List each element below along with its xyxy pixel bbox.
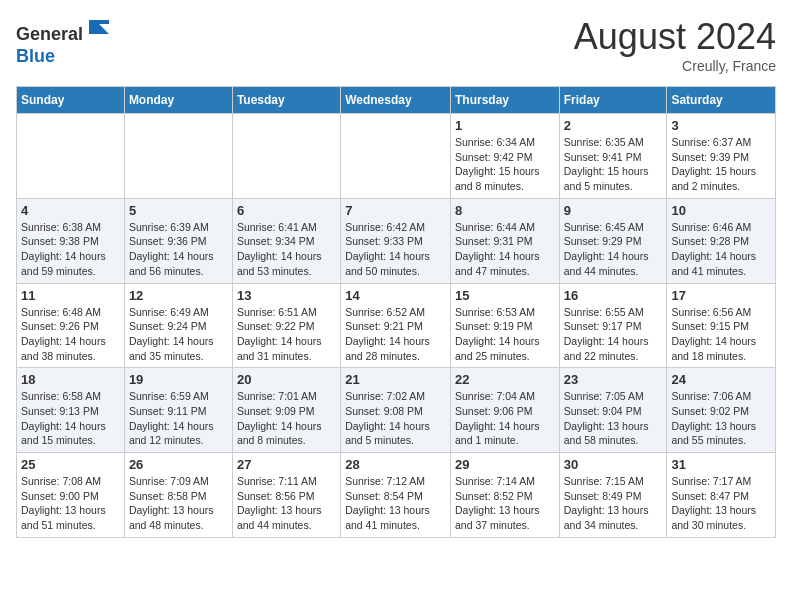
calendar-week-row: 1Sunrise: 6:34 AMSunset: 9:42 PMDaylight… [17,114,776,199]
calendar-cell: 22Sunrise: 7:04 AMSunset: 9:06 PMDayligh… [450,368,559,453]
day-number: 27 [237,457,336,472]
day-number: 24 [671,372,771,387]
day-number: 29 [455,457,555,472]
day-number: 9 [564,203,663,218]
day-info: Sunrise: 6:46 AMSunset: 9:28 PMDaylight:… [671,220,771,279]
day-number: 30 [564,457,663,472]
calendar-cell: 21Sunrise: 7:02 AMSunset: 9:08 PMDayligh… [341,368,451,453]
day-info: Sunrise: 6:53 AMSunset: 9:19 PMDaylight:… [455,305,555,364]
day-number: 5 [129,203,228,218]
calendar-cell: 19Sunrise: 6:59 AMSunset: 9:11 PMDayligh… [124,368,232,453]
calendar-cell: 14Sunrise: 6:52 AMSunset: 9:21 PMDayligh… [341,283,451,368]
day-info: Sunrise: 7:12 AMSunset: 8:54 PMDaylight:… [345,474,446,533]
header-saturday: Saturday [667,87,776,114]
day-number: 17 [671,288,771,303]
day-info: Sunrise: 7:02 AMSunset: 9:08 PMDaylight:… [345,389,446,448]
calendar-table: SundayMondayTuesdayWednesdayThursdayFrid… [16,86,776,538]
day-number: 10 [671,203,771,218]
header-sunday: Sunday [17,87,125,114]
day-info: Sunrise: 7:05 AMSunset: 9:04 PMDaylight:… [564,389,663,448]
calendar-cell: 24Sunrise: 7:06 AMSunset: 9:02 PMDayligh… [667,368,776,453]
day-number: 18 [21,372,120,387]
day-info: Sunrise: 6:59 AMSunset: 9:11 PMDaylight:… [129,389,228,448]
day-number: 11 [21,288,120,303]
calendar-cell: 13Sunrise: 6:51 AMSunset: 9:22 PMDayligh… [232,283,340,368]
day-info: Sunrise: 6:39 AMSunset: 9:36 PMDaylight:… [129,220,228,279]
day-info: Sunrise: 7:01 AMSunset: 9:09 PMDaylight:… [237,389,336,448]
day-info: Sunrise: 6:41 AMSunset: 9:34 PMDaylight:… [237,220,336,279]
day-number: 31 [671,457,771,472]
day-number: 14 [345,288,446,303]
day-number: 23 [564,372,663,387]
day-info: Sunrise: 7:11 AMSunset: 8:56 PMDaylight:… [237,474,336,533]
day-info: Sunrise: 6:55 AMSunset: 9:17 PMDaylight:… [564,305,663,364]
day-number: 3 [671,118,771,133]
logo: General Blue [16,16,109,67]
calendar-cell: 16Sunrise: 6:55 AMSunset: 9:17 PMDayligh… [559,283,667,368]
day-number: 25 [21,457,120,472]
day-info: Sunrise: 7:14 AMSunset: 8:52 PMDaylight:… [455,474,555,533]
day-info: Sunrise: 7:08 AMSunset: 9:00 PMDaylight:… [21,474,120,533]
calendar-cell: 3Sunrise: 6:37 AMSunset: 9:39 PMDaylight… [667,114,776,199]
calendar-cell: 15Sunrise: 6:53 AMSunset: 9:19 PMDayligh… [450,283,559,368]
day-info: Sunrise: 7:06 AMSunset: 9:02 PMDaylight:… [671,389,771,448]
calendar-cell: 23Sunrise: 7:05 AMSunset: 9:04 PMDayligh… [559,368,667,453]
day-number: 22 [455,372,555,387]
day-number: 26 [129,457,228,472]
calendar-cell: 1Sunrise: 6:34 AMSunset: 9:42 PMDaylight… [450,114,559,199]
day-number: 7 [345,203,446,218]
header-monday: Monday [124,87,232,114]
calendar-cell: 4Sunrise: 6:38 AMSunset: 9:38 PMDaylight… [17,198,125,283]
calendar-cell: 17Sunrise: 6:56 AMSunset: 9:15 PMDayligh… [667,283,776,368]
calendar-cell: 11Sunrise: 6:48 AMSunset: 9:26 PMDayligh… [17,283,125,368]
calendar-week-row: 25Sunrise: 7:08 AMSunset: 9:00 PMDayligh… [17,453,776,538]
day-number: 15 [455,288,555,303]
calendar-cell [341,114,451,199]
day-info: Sunrise: 6:49 AMSunset: 9:24 PMDaylight:… [129,305,228,364]
calendar-cell: 8Sunrise: 6:44 AMSunset: 9:31 PMDaylight… [450,198,559,283]
day-number: 2 [564,118,663,133]
calendar-cell: 12Sunrise: 6:49 AMSunset: 9:24 PMDayligh… [124,283,232,368]
calendar-cell: 31Sunrise: 7:17 AMSunset: 8:47 PMDayligh… [667,453,776,538]
calendar-cell: 20Sunrise: 7:01 AMSunset: 9:09 PMDayligh… [232,368,340,453]
calendar-cell: 27Sunrise: 7:11 AMSunset: 8:56 PMDayligh… [232,453,340,538]
header-wednesday: Wednesday [341,87,451,114]
calendar-cell: 7Sunrise: 6:42 AMSunset: 9:33 PMDaylight… [341,198,451,283]
day-info: Sunrise: 6:38 AMSunset: 9:38 PMDaylight:… [21,220,120,279]
day-info: Sunrise: 6:48 AMSunset: 9:26 PMDaylight:… [21,305,120,364]
calendar-cell [17,114,125,199]
day-info: Sunrise: 6:44 AMSunset: 9:31 PMDaylight:… [455,220,555,279]
day-info: Sunrise: 6:45 AMSunset: 9:29 PMDaylight:… [564,220,663,279]
month-year-title: August 2024 [574,16,776,58]
calendar-cell: 9Sunrise: 6:45 AMSunset: 9:29 PMDaylight… [559,198,667,283]
logo-general: General [16,24,83,44]
day-info: Sunrise: 7:15 AMSunset: 8:49 PMDaylight:… [564,474,663,533]
day-info: Sunrise: 7:17 AMSunset: 8:47 PMDaylight:… [671,474,771,533]
day-number: 8 [455,203,555,218]
day-number: 6 [237,203,336,218]
day-number: 21 [345,372,446,387]
day-info: Sunrise: 6:34 AMSunset: 9:42 PMDaylight:… [455,135,555,194]
calendar-cell: 6Sunrise: 6:41 AMSunset: 9:34 PMDaylight… [232,198,340,283]
calendar-cell: 2Sunrise: 6:35 AMSunset: 9:41 PMDaylight… [559,114,667,199]
day-info: Sunrise: 6:35 AMSunset: 9:41 PMDaylight:… [564,135,663,194]
day-info: Sunrise: 7:09 AMSunset: 8:58 PMDaylight:… [129,474,228,533]
logo-icon [85,16,109,40]
page-header: General Blue August 2024 Creully, France [16,16,776,74]
day-info: Sunrise: 6:37 AMSunset: 9:39 PMDaylight:… [671,135,771,194]
calendar-cell: 18Sunrise: 6:58 AMSunset: 9:13 PMDayligh… [17,368,125,453]
calendar-cell: 10Sunrise: 6:46 AMSunset: 9:28 PMDayligh… [667,198,776,283]
header-thursday: Thursday [450,87,559,114]
calendar-cell: 5Sunrise: 6:39 AMSunset: 9:36 PMDaylight… [124,198,232,283]
day-number: 13 [237,288,336,303]
calendar-week-row: 11Sunrise: 6:48 AMSunset: 9:26 PMDayligh… [17,283,776,368]
title-block: August 2024 Creully, France [574,16,776,74]
day-info: Sunrise: 6:56 AMSunset: 9:15 PMDaylight:… [671,305,771,364]
logo-blue: Blue [16,46,55,66]
header-tuesday: Tuesday [232,87,340,114]
calendar-cell: 30Sunrise: 7:15 AMSunset: 8:49 PMDayligh… [559,453,667,538]
day-info: Sunrise: 6:42 AMSunset: 9:33 PMDaylight:… [345,220,446,279]
day-info: Sunrise: 6:52 AMSunset: 9:21 PMDaylight:… [345,305,446,364]
calendar-cell: 29Sunrise: 7:14 AMSunset: 8:52 PMDayligh… [450,453,559,538]
day-info: Sunrise: 7:04 AMSunset: 9:06 PMDaylight:… [455,389,555,448]
